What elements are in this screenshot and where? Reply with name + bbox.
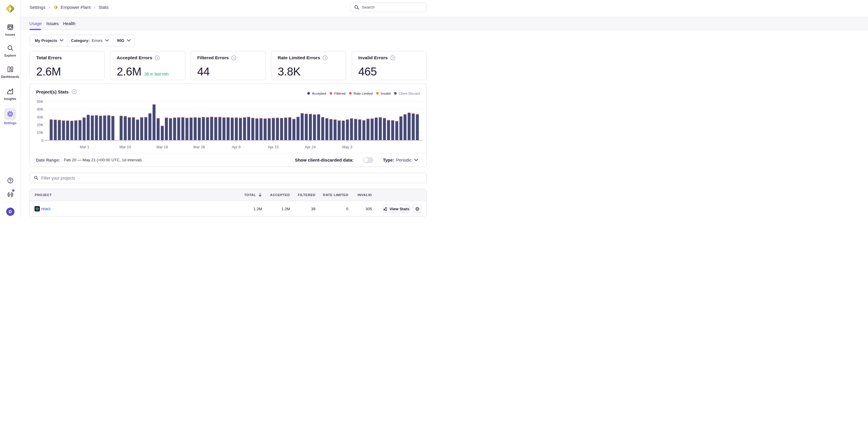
svg-text:0: 0 bbox=[41, 138, 43, 142]
svg-text:?: ? bbox=[324, 56, 326, 59]
svg-text:Apr 24: Apr 24 bbox=[305, 145, 316, 149]
svg-text:20K: 20K bbox=[37, 123, 44, 127]
svg-text:Apr 6: Apr 6 bbox=[232, 145, 241, 149]
svg-text:May 3: May 3 bbox=[342, 145, 352, 149]
svg-text:Mar 1: Mar 1 bbox=[80, 145, 89, 149]
svg-text:Mar 19: Mar 19 bbox=[156, 145, 168, 149]
svg-text:?: ? bbox=[156, 56, 158, 59]
svg-text:Apr 15: Apr 15 bbox=[268, 145, 279, 149]
svg-text:Mar 10: Mar 10 bbox=[120, 145, 131, 149]
svg-text:50K: 50K bbox=[37, 99, 44, 103]
svg-text:30K: 30K bbox=[37, 115, 44, 119]
svg-text:?: ? bbox=[392, 56, 394, 59]
svg-text:?: ? bbox=[233, 56, 235, 59]
svg-text:40K: 40K bbox=[37, 107, 44, 111]
svg-text:10K: 10K bbox=[37, 131, 44, 135]
svg-text:Mar 28: Mar 28 bbox=[193, 145, 205, 149]
